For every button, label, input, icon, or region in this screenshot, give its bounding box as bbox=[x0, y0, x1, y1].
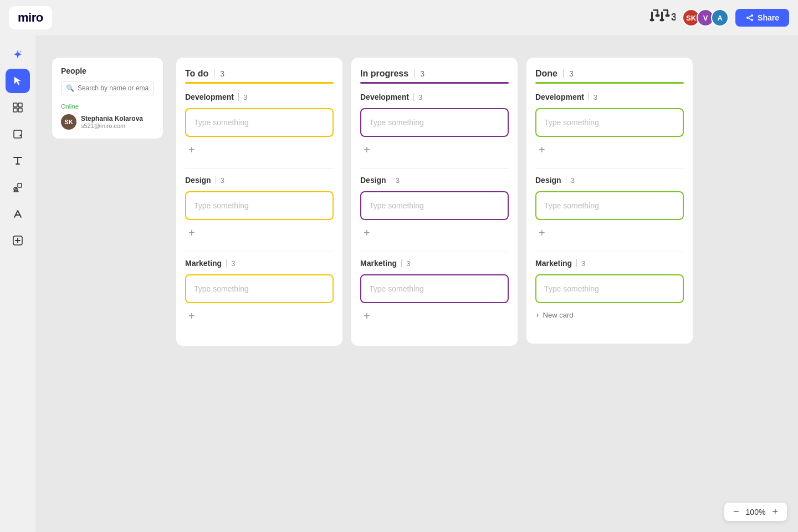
sidebar-tool-grid[interactable] bbox=[6, 95, 30, 120]
note-icon bbox=[12, 129, 23, 140]
logo-box[interactable]: miro bbox=[9, 6, 52, 29]
topbar: miro 3 SK V A bbox=[0, 0, 798, 35]
column-divider bbox=[214, 69, 214, 78]
group-todo-marketing-count: 3 bbox=[231, 259, 235, 268]
zoom-level: 100% bbox=[745, 508, 765, 516]
card-done-dev-1[interactable]: Type something bbox=[535, 108, 684, 137]
card-done-design-1[interactable]: Type something bbox=[535, 191, 684, 220]
group-done-dev-count: 3 bbox=[594, 93, 597, 101]
topbar-right: 3 SK V A Share bbox=[649, 7, 789, 29]
sidebar-tool-shapes[interactable] bbox=[6, 175, 30, 200]
column-divider bbox=[414, 69, 415, 78]
group-done-design-title: Design bbox=[535, 176, 561, 185]
add-card-todo-design[interactable]: + bbox=[185, 226, 198, 241]
card-todo-marketing-1[interactable]: Type something bbox=[185, 274, 334, 303]
column-done-line bbox=[535, 82, 684, 84]
group-divider bbox=[576, 259, 577, 267]
column-todo-line bbox=[185, 82, 334, 84]
separator bbox=[185, 252, 334, 252]
column-inprogress-line bbox=[360, 82, 509, 84]
add-card-done-dev[interactable]: + bbox=[535, 142, 549, 157]
zoom-in-button[interactable]: + bbox=[770, 506, 780, 518]
svg-point-11 bbox=[746, 17, 749, 19]
add-card-todo-dev[interactable]: + bbox=[185, 142, 198, 157]
sidebar-tool-font[interactable] bbox=[6, 202, 30, 226]
group-todo-marketing: Marketing 3 Type something + bbox=[185, 259, 334, 324]
group-done-marketing: Marketing 3 Type something + New card bbox=[535, 259, 684, 321]
share-label: Share bbox=[758, 13, 779, 22]
share-button[interactable]: Share bbox=[735, 9, 789, 27]
group-done-design: Design 3 Type something + bbox=[535, 176, 684, 241]
person-email: s521@miro.com bbox=[81, 122, 143, 129]
person-info: Stephania Kolarova s521@miro.com bbox=[81, 115, 143, 129]
timer-icon: 3 bbox=[649, 7, 676, 29]
add-card-ip-design[interactable]: + bbox=[360, 226, 374, 241]
group-ip-marketing-count: 3 bbox=[406, 259, 410, 268]
logo: miro bbox=[18, 11, 43, 25]
zoom-out-button[interactable]: − bbox=[731, 506, 741, 518]
group-todo-marketing-title: Marketing bbox=[185, 259, 222, 268]
column-divider bbox=[563, 69, 564, 78]
svg-line-15 bbox=[749, 18, 751, 19]
group-ip-dev-title: Development bbox=[360, 93, 409, 101]
column-inprogress: In progress 3 Development 3 Type somethi… bbox=[351, 58, 518, 346]
online-label: Online bbox=[61, 103, 154, 110]
svg-point-9 bbox=[666, 14, 670, 17]
sidebar-tool-note[interactable] bbox=[6, 122, 30, 146]
people-search-box[interactable]: 🔍 bbox=[61, 81, 154, 95]
group-done-marketing-title: Marketing bbox=[535, 259, 572, 268]
group-todo-design-count: 3 bbox=[221, 176, 224, 185]
card-ip-design-1[interactable]: Type something bbox=[360, 191, 509, 220]
card-placeholder: Type something bbox=[194, 284, 249, 293]
group-todo-dev-count: 3 bbox=[243, 93, 247, 101]
canvas: People 🔍 Online SK Stephania Kolarova s5… bbox=[35, 35, 798, 532]
group-done-design-count: 3 bbox=[571, 176, 575, 185]
people-search-input[interactable] bbox=[78, 84, 149, 92]
card-ip-dev-1[interactable]: Type something bbox=[360, 108, 509, 137]
sidebar-tool-magic[interactable] bbox=[6, 42, 30, 66]
group-divider bbox=[391, 176, 391, 184]
card-placeholder: Type something bbox=[194, 201, 249, 210]
new-card-label: New card bbox=[543, 311, 574, 319]
sidebar-tool-add[interactable] bbox=[6, 228, 30, 253]
person-name: Stephania Kolarova bbox=[81, 115, 143, 122]
group-ip-design-title: Design bbox=[360, 176, 386, 185]
group-divider bbox=[413, 93, 414, 101]
svg-rect-16 bbox=[13, 103, 17, 107]
group-ip-marketing: Marketing 3 Type something + bbox=[360, 259, 509, 324]
svg-point-6 bbox=[660, 18, 664, 21]
separator bbox=[360, 252, 509, 252]
sidebar-tool-cursor[interactable] bbox=[6, 69, 30, 93]
column-inprogress-header: In progress 3 bbox=[360, 69, 509, 79]
svg-rect-22 bbox=[18, 183, 22, 187]
card-placeholder: Type something bbox=[194, 118, 249, 127]
sidebar-tool-text[interactable] bbox=[6, 149, 30, 173]
person-row: SK Stephania Kolarova s521@miro.com bbox=[61, 114, 154, 130]
add-card-ip-dev[interactable]: + bbox=[360, 142, 374, 157]
group-todo-design-title: Design bbox=[185, 176, 211, 185]
card-todo-design-1[interactable]: Type something bbox=[185, 191, 334, 220]
kanban-board: To do 3 Development 3 Type something + bbox=[176, 58, 702, 346]
card-placeholder: Type something bbox=[544, 201, 599, 210]
group-todo-dev: Development 3 Type something + bbox=[185, 93, 334, 157]
add-card-done-design[interactable]: + bbox=[535, 226, 549, 241]
add-icon bbox=[12, 235, 23, 246]
separator bbox=[535, 168, 684, 169]
column-done-title: Done bbox=[535, 69, 557, 79]
card-todo-dev-1[interactable]: Type something bbox=[185, 108, 334, 137]
svg-point-12 bbox=[751, 14, 753, 17]
column-todo: To do 3 Development 3 Type something + bbox=[176, 58, 342, 346]
add-card-todo-marketing[interactable]: + bbox=[185, 309, 198, 324]
svg-point-4 bbox=[656, 14, 660, 17]
group-todo-design-header: Design 3 bbox=[185, 176, 334, 185]
new-card-button[interactable]: + New card bbox=[535, 309, 684, 321]
card-ip-marketing-1[interactable]: Type something bbox=[360, 274, 509, 303]
group-todo-marketing-header: Marketing 3 bbox=[185, 259, 334, 268]
column-todo-header: To do 3 bbox=[185, 69, 334, 79]
add-card-ip-marketing[interactable]: + bbox=[360, 309, 374, 324]
card-placeholder: Type something bbox=[544, 118, 599, 127]
card-done-marketing-1[interactable]: Type something bbox=[535, 274, 684, 303]
group-done-marketing-header: Marketing 3 bbox=[535, 259, 684, 268]
svg-text:3: 3 bbox=[671, 12, 676, 23]
cursor-icon bbox=[13, 76, 23, 86]
